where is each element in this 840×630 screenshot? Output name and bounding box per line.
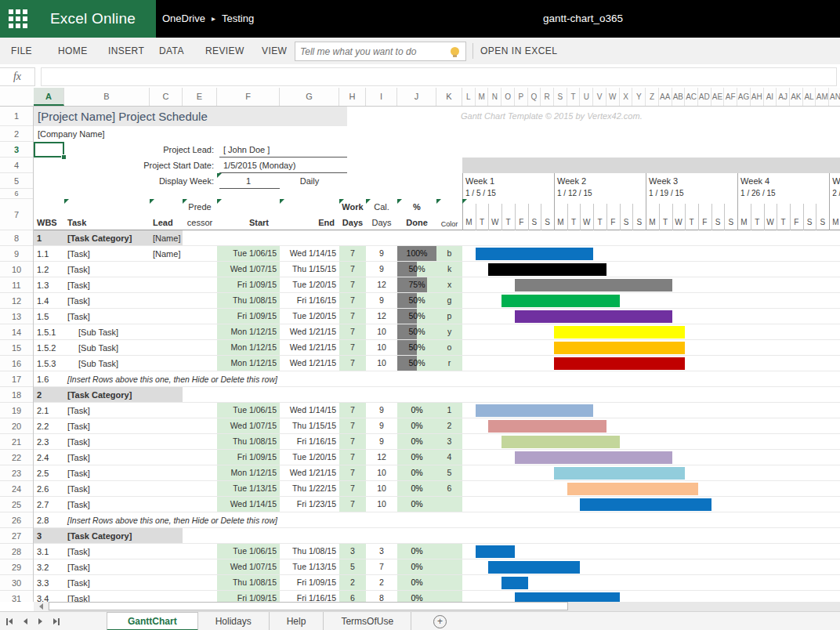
start-date-cell[interactable]: Tue 1/06/15: [217, 246, 280, 261]
start-date-cell[interactable]: Tue 1/06/15: [217, 403, 280, 418]
row-header-17[interactable]: 17: [0, 371, 33, 387]
column-header-AH[interactable]: AH: [751, 88, 764, 106]
color-code-cell[interactable]: [436, 591, 462, 602]
note-cell[interactable]: [Insert Rows above this one, then Hide o…: [67, 371, 349, 387]
cal-days-cell[interactable]: 7: [366, 559, 397, 574]
column-header-L[interactable]: L: [462, 88, 476, 106]
gantt-bar[interactable]: [476, 404, 593, 417]
start-date-cell[interactable]: Fri 1/09/15: [217, 591, 280, 602]
task-cell[interactable]: [Task]: [67, 246, 150, 262]
column-header-F[interactable]: F: [217, 88, 280, 106]
gantt-bar[interactable]: [567, 483, 698, 495]
task-cell[interactable]: [Task]: [67, 418, 150, 434]
wbs-cell[interactable]: 1.5.3: [37, 356, 67, 371]
column-header-C[interactable]: C: [150, 88, 183, 106]
column-header-Q[interactable]: Q: [528, 88, 541, 106]
cal-days-cell[interactable]: 9: [366, 434, 397, 449]
color-code-cell[interactable]: 2: [436, 418, 462, 433]
row-header-19[interactable]: 19: [0, 403, 33, 418]
color-code-cell[interactable]: [436, 497, 462, 512]
task-cell[interactable]: [Task Category]: [67, 230, 150, 246]
column-header-T[interactable]: T: [567, 88, 581, 106]
wbs-cell[interactable]: 3.1: [37, 544, 67, 559]
percent-done-cell[interactable]: 0%: [397, 559, 436, 574]
start-date-cell[interactable]: Mon 1/12/15: [217, 340, 280, 355]
open-in-excel-button[interactable]: OPEN IN EXCEL: [480, 38, 558, 64]
row-header-28[interactable]: 28: [0, 544, 33, 559]
column-header-B[interactable]: B: [64, 88, 150, 106]
gantt-bar[interactable]: [515, 310, 672, 323]
work-days-cell[interactable]: 7: [339, 293, 366, 308]
cal-days-cell[interactable]: 10: [366, 465, 397, 480]
sheet-tab-help[interactable]: Help: [270, 612, 324, 630]
row-header-8[interactable]: 8: [0, 230, 33, 246]
row-header-22[interactable]: 22: [0, 450, 33, 465]
column-header-Y[interactable]: Y: [632, 88, 646, 106]
row-header-1[interactable]: 1: [0, 107, 33, 126]
row-header-31[interactable]: 31: [0, 591, 33, 602]
spreadsheet-grid[interactable]: ABCEFGHIJKLMNOPQRSTUVWXYZAAABACADAEAFAGA…: [0, 88, 840, 602]
task-cell[interactable]: [Task Category]: [67, 528, 150, 544]
percent-done-cell[interactable]: 50%: [397, 293, 436, 308]
color-code-cell[interactable]: 5: [436, 465, 462, 480]
start-date-cell[interactable]: Tue 1/06/15: [217, 544, 280, 559]
column-header-G[interactable]: G: [280, 88, 339, 106]
gantt-bar[interactable]: [501, 436, 619, 448]
column-header-AE[interactable]: AE: [711, 88, 725, 106]
cal-days-cell[interactable]: 9: [366, 262, 397, 277]
wbs-cell[interactable]: 1.5: [37, 309, 67, 324]
work-days-cell[interactable]: 7: [339, 450, 366, 465]
wbs-cell[interactable]: 2.1: [37, 403, 67, 418]
end-date-cell[interactable]: Wed 1/14/15: [280, 403, 339, 418]
task-cell[interactable]: [Sub Task]: [78, 340, 161, 356]
color-code-cell[interactable]: g: [436, 293, 462, 308]
task-cell[interactable]: [Task]: [67, 450, 150, 465]
wbs-cell[interactable]: 1: [37, 230, 63, 246]
tab-data[interactable]: DATA: [159, 38, 184, 64]
wbs-cell[interactable]: 1.5.2: [37, 340, 67, 356]
column-header-AD[interactable]: AD: [698, 88, 711, 106]
gantt-bar[interactable]: [515, 451, 672, 464]
task-cell[interactable]: [Task]: [67, 465, 150, 481]
wbs-cell[interactable]: 2.5: [37, 465, 67, 481]
column-header-H[interactable]: H: [339, 88, 366, 106]
scroll-left-arrow-icon[interactable]: [34, 602, 48, 611]
sheet-tab-termsofuse[interactable]: TermsOfUse: [324, 612, 411, 630]
gantt-bar[interactable]: [488, 561, 580, 574]
task-cell[interactable]: [Task Category]: [67, 387, 150, 403]
column-header-I[interactable]: I: [366, 88, 397, 106]
wbs-cell[interactable]: 1.2: [37, 262, 67, 277]
tab-insert[interactable]: INSERT: [108, 38, 144, 64]
percent-done-cell[interactable]: 0%: [397, 434, 436, 449]
end-date-cell[interactable]: Tue 1/20/15: [280, 450, 339, 465]
percent-done-cell[interactable]: 0%: [397, 481, 436, 496]
start-date-cell[interactable]: Thu 1/08/15: [217, 575, 280, 590]
row-header-29[interactable]: 29: [0, 559, 33, 575]
work-days-cell[interactable]: 7: [339, 497, 366, 512]
cal-days-cell[interactable]: 10: [366, 497, 397, 512]
cal-days-cell[interactable]: 2: [366, 575, 397, 590]
column-header-Z[interactable]: Z: [646, 88, 659, 106]
start-date-cell[interactable]: Mon 1/12/15: [217, 324, 280, 339]
work-days-cell[interactable]: 7: [339, 324, 366, 339]
sheet-tab-ganttchart[interactable]: GanttChart: [107, 612, 198, 630]
wbs-cell[interactable]: 2.2: [37, 418, 67, 434]
end-date-cell[interactable]: Wed 1/21/15: [280, 340, 339, 355]
end-date-cell[interactable]: Thu 1/15/15: [280, 262, 339, 277]
app-launcher-icon[interactable]: [9, 9, 28, 29]
cal-days-cell[interactable]: 9: [366, 246, 397, 261]
start-date-cell[interactable]: Mon 1/12/15: [217, 356, 280, 371]
info-value[interactable]: [ John Doe ]: [223, 142, 357, 158]
sheet-tab-holidays[interactable]: Holidays: [198, 612, 270, 630]
gantt-bar[interactable]: [554, 467, 685, 480]
work-days-cell[interactable]: 7: [339, 465, 366, 480]
start-date-cell[interactable]: Fri 1/09/15: [217, 309, 280, 324]
percent-done-cell[interactable]: 75%: [397, 277, 436, 292]
column-header-U[interactable]: U: [580, 88, 593, 106]
gantt-bar[interactable]: [501, 577, 527, 589]
breadcrumb-item-testing[interactable]: Testing: [222, 0, 254, 38]
formula-input[interactable]: [41, 67, 837, 86]
column-header-M[interactable]: M: [476, 88, 489, 106]
cal-days-cell[interactable]: 10: [366, 481, 397, 496]
row-header-30[interactable]: 30: [0, 575, 33, 591]
